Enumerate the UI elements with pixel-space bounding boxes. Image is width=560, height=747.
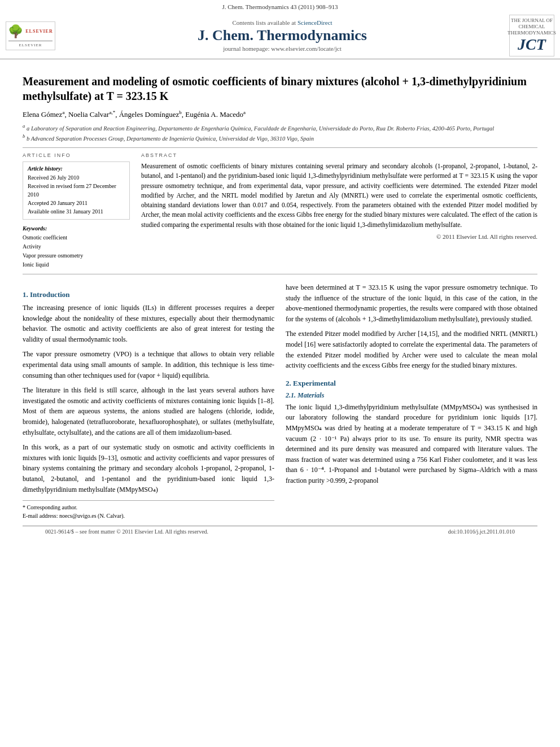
article-info-col: ARTICLE INFO Article history: Received 2…	[23, 152, 130, 269]
doi-line: doi:10.1016/j.jct.2011.01.010	[448, 528, 515, 535]
article-body: Measurement and modeling of osmotic coef…	[0, 59, 560, 548]
intro-heading: 1. Introduction	[23, 290, 274, 299]
materials-para1: The ionic liquid 1,3-dimethylpyridinium …	[286, 402, 537, 486]
article-info-abstract-row: ARTICLE INFO Article history: Received 2…	[23, 152, 537, 269]
elsevier-name: ELSEVIER	[25, 29, 53, 34]
authors-line: Elena Gómeza, Noelia Calvara,*, Ángeles …	[23, 109, 537, 119]
journal-header-inner: 🌳 ELSEVIER ELSEVIER Contents lists avail…	[0, 12, 560, 59]
received2: Received in revised form 27 December 201…	[28, 182, 125, 199]
footnote-email: E-mail address: noecs@uvigo.es (N. Calva…	[23, 512, 274, 520]
intro-para4: In this work, as a part of our systemati…	[23, 442, 274, 495]
elsevier-logo: 🌳 ELSEVIER ELSEVIER	[6, 21, 55, 50]
elsevier-logo-top: 🌳 ELSEVIER	[8, 24, 53, 39]
body-left-col: 1. Introduction The increasing presence …	[23, 282, 274, 520]
abstract-label: ABSTRACT	[141, 152, 537, 158]
footnote-area: * Corresponding author. E-mail address: …	[23, 500, 274, 520]
right-intro-para1: have been determined at T = 323.15 K usi…	[286, 282, 537, 324]
right-intro-para2: The extended Pitzer model modified by Ar…	[286, 329, 537, 370]
intro-section: 1. Introduction The increasing presence …	[23, 290, 274, 495]
sciencedirect-line: Contents lists available at ScienceDirec…	[55, 19, 509, 26]
journal-center: Contents lists available at ScienceDirec…	[55, 19, 509, 52]
footnote-corresponding: * Corresponding author.	[23, 503, 274, 512]
jct-logo: THE JOURNAL OF CHEMICAL THERMODYNAMICS J…	[509, 15, 554, 56]
sciencedirect-link[interactable]: ScienceDirect	[298, 19, 333, 26]
bottom-bar: 0021-9614/$ – see front matter © 2011 El…	[23, 526, 537, 537]
affiliations: a a Laboratory of Separation and Reactio…	[23, 123, 537, 143]
article-history-box: Article history: Received 26 July 2010 R…	[23, 161, 130, 220]
elsevier-sublabel: ELSEVIER	[19, 43, 42, 47]
affiliation-a: a a Laboratory of Separation and Reactio…	[23, 123, 537, 133]
experimental-heading: 2. Experimental	[286, 379, 537, 388]
abstract-col: ABSTRACT Measurement of osmotic coeffici…	[141, 152, 537, 269]
body-two-col: 1. Introduction The increasing presence …	[23, 282, 537, 520]
affiliation-b: b b Advanced Separation Processes Group,…	[23, 133, 537, 143]
keyword-ionic-liquid: Ionic liquid	[23, 260, 130, 269]
issn-line: 0021-9614/$ – see front matter © 2011 El…	[45, 528, 208, 535]
jct-abbreviation: JCT	[518, 36, 546, 54]
keyword-osmotic: Osmotic coefficient	[23, 233, 130, 242]
experimental-section: 2. Experimental 2.1. Materials The ionic…	[286, 379, 537, 486]
divider-after-affiliations	[23, 147, 537, 148]
divider-after-abstract	[23, 274, 537, 274]
intro-para2: The vapor pressure osmometry (VPO) is a …	[23, 349, 274, 381]
body-right-col: have been determined at T = 323.15 K usi…	[286, 282, 537, 520]
journal-homepage: journal homepage: www.elsevier.com/locat…	[55, 45, 509, 52]
author-elena: Elena Gómeza, Noelia Calvara,*, Ángeles …	[23, 110, 246, 119]
keywords-label: Keywords:	[23, 225, 130, 231]
elsevier-tree-icon: 🌳	[8, 24, 23, 39]
accepted: Accepted 20 January 2011	[28, 199, 125, 207]
jct-full-name: THE JOURNAL OF CHEMICAL THERMODYNAMICS	[508, 18, 556, 36]
copyright-line: © 2011 Elsevier Ltd. All rights reserved…	[141, 233, 537, 240]
keyword-vpo: Vapor pressure osmometry	[23, 251, 130, 260]
intro-para3: The literature in this field is still sc…	[23, 385, 274, 438]
journal-header: J. Chem. Thermodynamics 43 (2011) 908–91…	[0, 0, 560, 59]
intro-para1: The increasing presence of ionic liquids…	[23, 303, 274, 344]
journal-title: J. Chem. Thermodynamics	[55, 27, 509, 44]
available-online: Available online 31 January 2011	[28, 207, 125, 216]
materials-heading: 2.1. Materials	[286, 391, 537, 400]
article-title: Measurement and modeling of osmotic coef…	[23, 74, 537, 103]
journal-top-line: J. Chem. Thermodynamics 43 (2011) 908–91…	[0, 3, 560, 10]
keyword-activity: Activity	[23, 242, 130, 251]
history-label: Article history:	[28, 165, 125, 172]
abstract-text: Measurement of osmotic coefficients of b…	[141, 161, 537, 230]
article-info-label: ARTICLE INFO	[23, 152, 130, 158]
received1: Received 26 July 2010	[28, 173, 125, 182]
